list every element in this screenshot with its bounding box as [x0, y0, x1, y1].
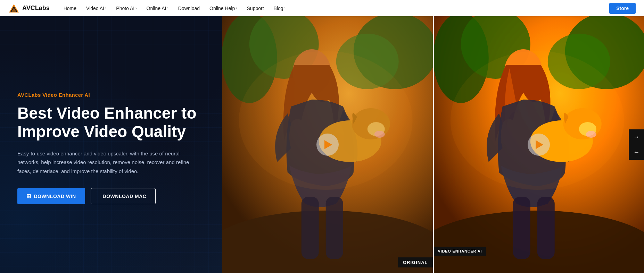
- arrow-right-button[interactable]: →: [629, 129, 644, 145]
- nav-video-ai[interactable]: Video AI ›: [86, 6, 106, 11]
- chevron-down-icon: ›: [135, 6, 137, 10]
- original-panel: ORIGINAL: [222, 16, 433, 273]
- svg-rect-28: [513, 197, 530, 259]
- chevron-down-icon: ›: [105, 6, 106, 10]
- arrow-left-button[interactable]: ←: [629, 145, 644, 160]
- nav-online-help[interactable]: Online Help ›: [209, 6, 237, 11]
- nav-links: Home Video AI › Photo AI › Online AI › D…: [64, 6, 610, 11]
- hero-image-area: ORIGINAL: [222, 16, 644, 273]
- original-label: ORIGINAL: [398, 257, 433, 267]
- nav-support[interactable]: Support: [247, 6, 264, 11]
- download-mac-button[interactable]: DOWNLOAD MAC: [91, 188, 156, 204]
- navigation-arrows: → ←: [629, 129, 644, 160]
- svg-rect-15: [326, 197, 343, 259]
- svg-rect-29: [537, 197, 554, 259]
- nav-download[interactable]: Download: [178, 6, 200, 11]
- avcLabs-logo-icon: [8, 3, 19, 14]
- chevron-down-icon: ›: [284, 6, 286, 10]
- navbar: AVCLabs Home Video AI › Photo AI › Onlin…: [0, 0, 644, 16]
- panel-divider: [433, 16, 434, 273]
- hero-section: AVCLabs Video Enhancer AI Best Video Enh…: [0, 16, 222, 273]
- logo-text: AVCLabs: [22, 5, 50, 12]
- windows-icon: ⊞: [26, 193, 31, 199]
- enhanced-panel: VIDEO ENHANCER AI → ←: [434, 16, 644, 273]
- svg-point-16: [239, 51, 413, 190]
- chevron-down-icon: ›: [236, 6, 237, 10]
- enhanced-label: VIDEO ENHANCER AI: [434, 247, 486, 256]
- nav-blog[interactable]: Blog ›: [274, 6, 286, 11]
- svg-rect-14: [302, 197, 319, 259]
- logo[interactable]: AVCLabs: [8, 3, 50, 14]
- hero-buttons: ⊞ DOWNLOAD WIN DOWNLOAD MAC: [17, 188, 205, 204]
- page: AVCLabs Video Enhancer AI Best Video Enh…: [0, 0, 644, 273]
- play-icon: [536, 140, 543, 149]
- hero-title: Best Video Enhancer to Improve Video Qua…: [17, 104, 205, 141]
- play-button-enhanced[interactable]: [528, 134, 550, 156]
- nav-online-ai[interactable]: Online AI ›: [147, 6, 168, 11]
- hero-description: Easy-to-use video enhancer and video ups…: [17, 149, 198, 176]
- nav-home[interactable]: Home: [64, 6, 76, 11]
- nav-photo-ai[interactable]: Photo AI ›: [116, 6, 137, 11]
- hero-subtitle: AVCLabs Video Enhancer AI: [17, 92, 205, 98]
- play-icon: [324, 140, 332, 149]
- svg-point-30: [450, 51, 624, 190]
- store-button[interactable]: Store: [609, 3, 636, 14]
- chevron-down-icon: ›: [167, 6, 168, 10]
- download-win-button[interactable]: ⊞ DOWNLOAD WIN: [17, 188, 85, 204]
- play-button-original[interactable]: [316, 134, 339, 156]
